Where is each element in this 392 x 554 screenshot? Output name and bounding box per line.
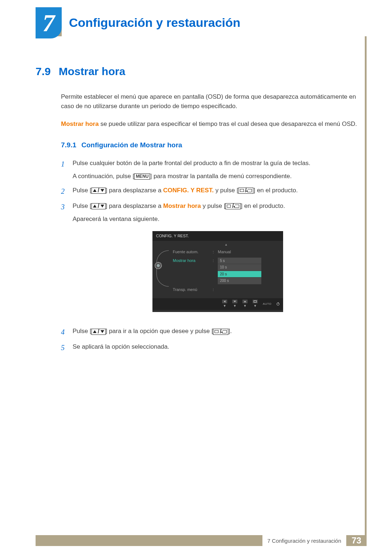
step-number: 4	[61, 327, 66, 338]
osd-back-icon: ▼	[222, 300, 227, 309]
step-5: 5 Se aplicará la opción seleccionada.	[61, 342, 363, 353]
osd-up-icon: ▼	[242, 300, 248, 309]
footer-text: 7 Configuración y restauración	[262, 535, 346, 546]
step-body: Pulse [/] para ir a la opción que desee …	[73, 327, 363, 338]
step-2: 2 Pulse [/] para desplazarse a CONFIG. Y…	[61, 186, 363, 197]
osd-bottom-bar: ▼ ▼ ▼ ▼ AUTO	[152, 298, 283, 310]
footer-bar: 7 Configuración y restauración 73	[36, 535, 367, 546]
section-number: 7.9	[36, 65, 51, 78]
osd-center: ▲ Fuente autom. : Manual Mostrar hora :	[173, 243, 279, 294]
step-body: Se aplicará la opción seleccionada.	[73, 342, 363, 353]
osd-enter-icon: ▼	[253, 300, 258, 309]
intro-highlight: Mostrar hora	[61, 120, 99, 127]
intro-paragraph-1: Permite establecer el menú que aparece e…	[61, 92, 363, 111]
osd-options: 5 s 10 s 20 s 200 s	[218, 258, 261, 284]
step-body: Pulse [/] para desplazarse a Mostrar hor…	[73, 201, 363, 323]
select-enter-icon: /	[225, 203, 241, 209]
osd-power-icon	[277, 303, 279, 305]
intro-rest: se puede utilizar para especificar el ti…	[99, 120, 357, 127]
osd-row-transp: Transp. menú :	[173, 286, 279, 294]
menu-button-icon: MENU	[134, 173, 150, 179]
step-number: 1	[61, 159, 66, 181]
step-body: Pulse [/] para desplazarse a CONFIG. Y R…	[73, 186, 363, 197]
osd-option: 10 s	[218, 264, 261, 271]
osd-option: 5 s	[218, 258, 261, 264]
step-1b: A continuación, pulse [MENU] para mostra…	[73, 172, 363, 181]
side-strip	[365, 36, 367, 536]
osd-row-fuente: Fuente autom. : Manual	[173, 248, 279, 256]
osd-option: 200 s	[218, 278, 261, 284]
osd-menu: CONFIG. Y REST. ▲ Fuente autom. : Manual	[152, 231, 283, 312]
osd-body: ▲ Fuente autom. : Manual Mostrar hora :	[152, 241, 283, 296]
osd-auto-label: AUTO	[263, 302, 271, 306]
osd-down-icon: ▼	[232, 300, 237, 309]
step-3: 3 Pulse [/] para desplazarse a Mostrar h…	[61, 201, 363, 323]
intro-paragraph-2: Mostrar hora se puede utilizar para espe…	[61, 119, 363, 129]
select-enter-icon: /	[213, 329, 228, 335]
chapter-title: Configuración y restauración	[62, 9, 367, 36]
section-heading: 7.9 Mostrar hora	[36, 65, 363, 78]
step-number: 5	[61, 342, 66, 353]
subsection-number: 7.9.1	[61, 141, 76, 149]
steps-list: 1 Pulse cualquier botón de la parte fron…	[61, 159, 363, 353]
chapter-badge: 7	[36, 7, 62, 38]
up-down-icon: /	[91, 188, 106, 194]
osd-left-arc	[156, 243, 169, 294]
step-1: 1 Pulse cualquier botón de la parte fron…	[61, 159, 363, 181]
up-down-icon: /	[91, 329, 106, 335]
osd-row-mostrar-hora: Mostrar hora : 5 s 10 s 20 s 200 s	[173, 257, 279, 286]
step-body: Pulse cualquier botón de la parte fronta…	[73, 159, 363, 181]
osd-header: CONFIG. Y REST.	[152, 231, 283, 241]
mostrar-hora-highlight: Mostrar hora	[163, 202, 201, 209]
config-rest-highlight: CONFIG. Y REST.	[163, 187, 213, 194]
subsection-heading: 7.9.1 Configuración de Mostrar hora	[61, 141, 363, 149]
step-1a: Pulse cualquier botón de la parte fronta…	[73, 159, 363, 168]
step-number: 2	[61, 186, 66, 197]
up-down-icon: /	[91, 203, 106, 209]
osd-option-selected: 20 s	[218, 271, 261, 278]
chapter-number: 7	[42, 9, 55, 37]
step-number: 3	[61, 201, 66, 323]
step-4: 4 Pulse [/] para ir a la opción que dese…	[61, 327, 363, 338]
select-enter-icon: /	[238, 188, 254, 194]
step-3b: Aparecerá la ventana siguiente.	[73, 214, 363, 224]
section-title: Mostrar hora	[59, 65, 125, 78]
osd-up-arrow-icon: ▲	[173, 243, 279, 246]
subsection-title: Configuración de Mostrar hora	[81, 141, 182, 149]
content: 7.9 Mostrar hora Permite establecer el m…	[36, 65, 363, 358]
page-number: 73	[346, 535, 367, 546]
